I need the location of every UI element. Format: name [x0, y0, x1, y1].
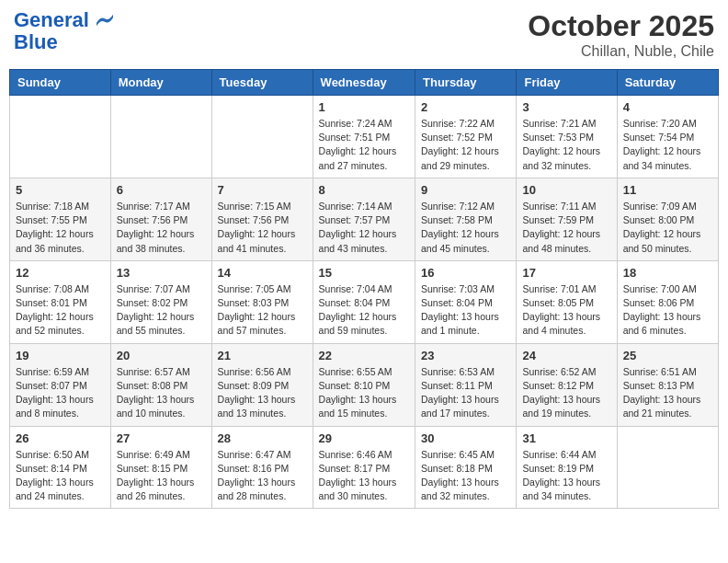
calendar-cell: 27Sunrise: 6:49 AM Sunset: 8:15 PM Dayli…	[110, 426, 211, 509]
day-number: 15	[319, 266, 409, 280]
day-info: Sunrise: 7:21 AM Sunset: 7:53 PM Dayligh…	[522, 117, 610, 173]
weekday-header: Friday	[517, 70, 617, 96]
calendar-cell: 14Sunrise: 7:05 AM Sunset: 8:03 PM Dayli…	[211, 260, 313, 343]
day-number: 11	[623, 183, 712, 197]
day-info: Sunrise: 7:22 AM Sunset: 7:52 PM Dayligh…	[421, 117, 510, 173]
logo: General Blue	[14, 9, 113, 53]
day-info: Sunrise: 7:08 AM Sunset: 8:01 PM Dayligh…	[16, 282, 105, 339]
day-info: Sunrise: 7:14 AM Sunset: 7:57 PM Dayligh…	[319, 200, 409, 256]
page-header: General Blue October 2025 Chillan, Nuble…	[9, 9, 719, 60]
weekday-header: Sunday	[10, 70, 111, 96]
day-info: Sunrise: 6:49 AM Sunset: 8:15 PM Dayligh…	[117, 448, 206, 504]
day-number: 21	[218, 349, 307, 362]
day-info: Sunrise: 7:04 AM Sunset: 8:04 PM Dayligh…	[319, 282, 409, 339]
day-number: 5	[16, 183, 105, 197]
calendar-cell: 6Sunrise: 7:17 AM Sunset: 7:56 PM Daylig…	[110, 178, 211, 260]
day-number: 14	[218, 266, 307, 280]
day-info: Sunrise: 6:45 AM Sunset: 8:18 PM Dayligh…	[421, 448, 510, 504]
day-number: 6	[117, 183, 206, 197]
day-number: 26	[16, 431, 105, 445]
logo-bird-icon	[97, 14, 113, 27]
weekday-header: Thursday	[415, 70, 517, 96]
day-info: Sunrise: 7:12 AM Sunset: 7:58 PM Dayligh…	[421, 200, 510, 256]
calendar-cell: 11Sunrise: 7:09 AM Sunset: 8:00 PM Dayli…	[617, 178, 718, 260]
calendar-week-row: 1Sunrise: 7:24 AM Sunset: 7:51 PM Daylig…	[10, 96, 719, 178]
day-info: Sunrise: 6:55 AM Sunset: 8:10 PM Dayligh…	[319, 365, 409, 421]
day-info: Sunrise: 6:50 AM Sunset: 8:14 PM Dayligh…	[16, 448, 105, 504]
calendar-cell	[110, 96, 211, 178]
calendar-cell	[211, 96, 313, 178]
day-number: 7	[218, 183, 307, 197]
calendar-cell: 30Sunrise: 6:45 AM Sunset: 8:18 PM Dayli…	[415, 426, 517, 509]
calendar-cell: 9Sunrise: 7:12 AM Sunset: 7:58 PM Daylig…	[415, 178, 517, 260]
calendar-cell: 22Sunrise: 6:55 AM Sunset: 8:10 PM Dayli…	[313, 343, 415, 426]
day-info: Sunrise: 7:07 AM Sunset: 8:02 PM Dayligh…	[117, 282, 206, 339]
calendar-cell: 8Sunrise: 7:14 AM Sunset: 7:57 PM Daylig…	[313, 178, 415, 260]
day-info: Sunrise: 6:44 AM Sunset: 8:19 PM Dayligh…	[522, 448, 610, 504]
calendar-cell: 26Sunrise: 6:50 AM Sunset: 8:14 PM Dayli…	[10, 426, 111, 509]
calendar-cell: 4Sunrise: 7:20 AM Sunset: 7:54 PM Daylig…	[617, 96, 718, 178]
calendar-cell	[617, 426, 718, 509]
day-number: 19	[16, 349, 105, 362]
calendar-week-row: 26Sunrise: 6:50 AM Sunset: 8:14 PM Dayli…	[10, 426, 719, 509]
day-info: Sunrise: 6:56 AM Sunset: 8:09 PM Dayligh…	[218, 365, 307, 421]
day-info: Sunrise: 7:09 AM Sunset: 8:00 PM Dayligh…	[623, 200, 712, 256]
calendar-week-row: 5Sunrise: 7:18 AM Sunset: 7:55 PM Daylig…	[10, 178, 719, 260]
day-number: 4	[623, 100, 712, 114]
day-info: Sunrise: 7:11 AM Sunset: 7:59 PM Dayligh…	[522, 200, 610, 256]
calendar-cell: 29Sunrise: 6:46 AM Sunset: 8:17 PM Dayli…	[313, 426, 415, 509]
day-number: 9	[421, 183, 510, 197]
day-number: 24	[522, 349, 610, 362]
day-number: 18	[623, 266, 712, 280]
calendar-cell: 18Sunrise: 7:00 AM Sunset: 8:06 PM Dayli…	[617, 260, 718, 343]
day-number: 23	[421, 349, 510, 362]
day-info: Sunrise: 6:53 AM Sunset: 8:11 PM Dayligh…	[421, 365, 510, 421]
day-number: 3	[522, 100, 610, 114]
calendar-cell: 2Sunrise: 7:22 AM Sunset: 7:52 PM Daylig…	[415, 96, 517, 178]
day-info: Sunrise: 7:18 AM Sunset: 7:55 PM Dayligh…	[16, 200, 105, 256]
calendar-cell: 1Sunrise: 7:24 AM Sunset: 7:51 PM Daylig…	[313, 96, 415, 178]
calendar-cell: 31Sunrise: 6:44 AM Sunset: 8:19 PM Dayli…	[517, 426, 617, 509]
day-number: 25	[623, 349, 712, 362]
day-number: 17	[522, 266, 610, 280]
calendar-cell: 25Sunrise: 6:51 AM Sunset: 8:13 PM Dayli…	[617, 343, 718, 426]
calendar-cell: 23Sunrise: 6:53 AM Sunset: 8:11 PM Dayli…	[415, 343, 517, 426]
weekday-header: Monday	[110, 70, 211, 96]
day-info: Sunrise: 7:20 AM Sunset: 7:54 PM Dayligh…	[623, 117, 712, 173]
calendar-week-row: 12Sunrise: 7:08 AM Sunset: 8:01 PM Dayli…	[10, 260, 719, 343]
day-info: Sunrise: 7:24 AM Sunset: 7:51 PM Dayligh…	[319, 117, 409, 173]
day-info: Sunrise: 6:51 AM Sunset: 8:13 PM Dayligh…	[623, 365, 712, 421]
day-info: Sunrise: 7:00 AM Sunset: 8:06 PM Dayligh…	[623, 282, 712, 339]
day-info: Sunrise: 7:17 AM Sunset: 7:56 PM Dayligh…	[117, 200, 206, 256]
calendar-cell: 15Sunrise: 7:04 AM Sunset: 8:04 PM Dayli…	[313, 260, 415, 343]
day-number: 2	[421, 100, 510, 114]
day-info: Sunrise: 6:52 AM Sunset: 8:12 PM Dayligh…	[522, 365, 610, 421]
weekday-header: Wednesday	[313, 70, 415, 96]
day-number: 13	[117, 266, 206, 280]
calendar-cell: 13Sunrise: 7:07 AM Sunset: 8:02 PM Dayli…	[110, 260, 211, 343]
calendar-cell: 24Sunrise: 6:52 AM Sunset: 8:12 PM Dayli…	[517, 343, 617, 426]
day-info: Sunrise: 7:03 AM Sunset: 8:04 PM Dayligh…	[421, 282, 510, 339]
day-info: Sunrise: 6:46 AM Sunset: 8:17 PM Dayligh…	[319, 448, 409, 504]
calendar-cell: 20Sunrise: 6:57 AM Sunset: 8:08 PM Dayli…	[110, 343, 211, 426]
month-title: October 2025	[528, 9, 714, 43]
calendar-cell: 19Sunrise: 6:59 AM Sunset: 8:07 PM Dayli…	[10, 343, 111, 426]
calendar-cell: 7Sunrise: 7:15 AM Sunset: 7:56 PM Daylig…	[211, 178, 313, 260]
location-subtitle: Chillan, Nuble, Chile	[528, 43, 714, 60]
calendar-cell: 12Sunrise: 7:08 AM Sunset: 8:01 PM Dayli…	[10, 260, 111, 343]
title-block: October 2025 Chillan, Nuble, Chile	[528, 9, 714, 60]
day-number: 20	[117, 349, 206, 362]
calendar-cell: 16Sunrise: 7:03 AM Sunset: 8:04 PM Dayli…	[415, 260, 517, 343]
calendar-table: SundayMondayTuesdayWednesdayThursdayFrid…	[9, 69, 719, 509]
day-info: Sunrise: 7:05 AM Sunset: 8:03 PM Dayligh…	[218, 282, 307, 339]
day-number: 31	[522, 431, 610, 445]
day-info: Sunrise: 7:01 AM Sunset: 8:05 PM Dayligh…	[522, 282, 610, 339]
calendar-week-row: 19Sunrise: 6:59 AM Sunset: 8:07 PM Dayli…	[10, 343, 719, 426]
day-number: 22	[319, 349, 409, 362]
day-info: Sunrise: 6:59 AM Sunset: 8:07 PM Dayligh…	[16, 365, 105, 421]
day-number: 30	[421, 431, 510, 445]
day-number: 8	[319, 183, 409, 197]
day-info: Sunrise: 6:47 AM Sunset: 8:16 PM Dayligh…	[218, 448, 307, 504]
day-number: 10	[522, 183, 610, 197]
calendar-cell: 3Sunrise: 7:21 AM Sunset: 7:53 PM Daylig…	[517, 96, 617, 178]
